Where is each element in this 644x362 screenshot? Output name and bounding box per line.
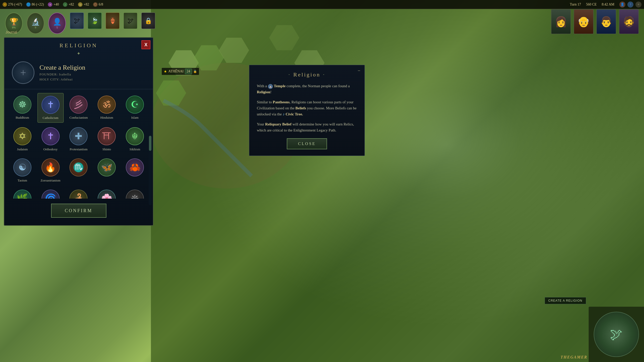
religion-item-custom6[interactable]: 🦂 xyxy=(66,187,92,199)
religion-item-custom3[interactable]: 🦀 xyxy=(122,156,148,185)
gold-stat: ⚔ 276 (+67) xyxy=(3,2,22,7)
info-para3: Your Reliquary Belief will determine how… xyxy=(257,121,357,133)
religion-item-custom2[interactable]: 🦋 xyxy=(94,156,120,185)
turn-label: Turn 17 xyxy=(570,3,581,7)
music-note-icon: ♪ xyxy=(283,112,286,116)
journal-button[interactable]: Journal xyxy=(6,30,17,34)
religion-item-sikhism[interactable]: ☬Sikhism xyxy=(122,125,148,154)
custom2-icon: 🦋 xyxy=(98,158,116,176)
religion-item-custom5[interactable]: 🌀 xyxy=(37,187,64,199)
info-panel-title: Religion xyxy=(257,71,357,78)
buddhism-icon: ☸ xyxy=(13,96,31,114)
zoroastrianism-label: Zoroastrianism xyxy=(41,178,60,183)
lock-icon[interactable]: 🔒 xyxy=(141,13,155,29)
religion-item-hinduism[interactable]: ॐHinduism xyxy=(94,93,120,123)
portrait-4[interactable]: 🧔 xyxy=(619,9,639,34)
custom5-icon: 🌀 xyxy=(42,190,60,199)
gold-value: 276 (+67) xyxy=(8,3,22,7)
dove-icon[interactable]: 🕊 xyxy=(124,13,137,29)
sikhism-icon: ☬ xyxy=(126,127,144,145)
religion-item-catholicism[interactable]: ✝Catholicism xyxy=(37,93,64,123)
religion-item-taoism[interactable]: ☯Taoism xyxy=(9,156,35,185)
holy-city-label: HOLY CITY: Athênai xyxy=(39,77,85,81)
create-religion-header: + Create a Religion FOUNDER: Isabella HO… xyxy=(4,59,153,89)
judaism-icon: ✡ xyxy=(13,127,31,145)
leader-icon[interactable]: 👤 xyxy=(619,2,625,8)
minimap-inner: 🕊 xyxy=(594,312,639,357)
panel-divider: ✦ xyxy=(4,51,153,56)
happiness-icon: ☺ xyxy=(78,2,83,7)
orthodoxy-icon: ✝ xyxy=(42,127,60,145)
shinto-label: Shinto xyxy=(102,147,111,151)
info-para2: Similar to Pantheons, Religions can boos… xyxy=(257,99,357,117)
date-label: 560 CE xyxy=(586,3,596,7)
islam-label: Islam xyxy=(131,116,139,120)
info-panel: − Religion With a ⛪ Temple complete, the… xyxy=(249,65,365,156)
religion-grid: ☸Buddhism✝Catholicism彡ConfucianismॐHindu… xyxy=(4,93,153,199)
hinduism-label: Hinduism xyxy=(100,116,113,120)
buddhism-label: Buddhism xyxy=(16,116,29,120)
portrait-3[interactable]: 👨 xyxy=(596,9,616,34)
leaf-icon[interactable]: 🍃 xyxy=(88,13,102,29)
culture-stat: ♦ +40 xyxy=(48,2,59,7)
panel-scrollbar[interactable] xyxy=(149,126,152,205)
menu-icon[interactable]: ≡ xyxy=(635,2,641,8)
custom4-icon: 🌿 xyxy=(13,190,31,199)
religion-item-protestantism[interactable]: ✚Protestantism xyxy=(66,125,92,154)
religion-item-judaism[interactable]: ✡Judaism xyxy=(9,125,35,154)
minimap[interactable]: 🕊 xyxy=(589,307,644,362)
production-value: 6/8 xyxy=(99,3,103,7)
protestantism-icon: ✚ xyxy=(69,127,88,145)
religion-item-custom1[interactable]: ♏ xyxy=(66,156,92,185)
religion-item-islam[interactable]: ☪Islam xyxy=(122,93,148,123)
city-star-icon: ★ xyxy=(164,69,167,74)
create-religion-title: Create a Religion xyxy=(39,64,85,71)
portrait-1[interactable]: 👩 xyxy=(551,9,571,34)
confucianism-label: Confucianism xyxy=(69,116,88,120)
create-religion-map-button[interactable]: CREATE A RELIGION xyxy=(545,297,586,304)
religion-item-orthodoxy[interactable]: ✝Orthodoxy xyxy=(37,125,64,154)
judaism-label: Judaism xyxy=(17,147,28,151)
research-icon[interactable]: 🔬 9 xyxy=(27,13,44,34)
religion-item-custom4[interactable]: 🌿 xyxy=(9,187,35,199)
orthodoxy-label: Orthodoxy xyxy=(44,147,58,151)
gold-icon: ⚔ xyxy=(3,2,7,7)
science-value: 86 (+22) xyxy=(32,3,44,7)
thegamer-watermark: THEGAMER xyxy=(560,355,587,359)
religion-emblem: + xyxy=(12,61,34,84)
confirm-button[interactable]: CONFIRM xyxy=(51,204,106,218)
religion-panel-close-button[interactable]: X xyxy=(141,40,150,49)
custom6-icon: 🦂 xyxy=(69,190,88,199)
topbar: ⚔ 276 (+67) 🌐 86 (+22) ♦ +40 ♪ +82 ☺ +82… xyxy=(0,0,644,9)
science-icon: 🌐 xyxy=(26,2,31,7)
religion-item-zoroastrianism[interactable]: 🔥Zoroastrianism xyxy=(37,156,64,185)
protestantism-label: Protestantism xyxy=(70,147,88,151)
religion-item-buddhism[interactable]: ☸Buddhism xyxy=(9,93,35,123)
close-info-button[interactable]: CLOSE xyxy=(287,138,327,149)
catholicism-icon: ✝ xyxy=(42,96,60,114)
civic-icon[interactable]: 👤 5 xyxy=(48,13,66,34)
religion-item-confucianism[interactable]: 彡Confucianism xyxy=(66,93,92,123)
panel-scrollbar-thumb xyxy=(149,136,151,151)
portrait-2[interactable]: 👴 xyxy=(574,9,594,34)
religion-item-shinto[interactable]: ⛩Shinto xyxy=(94,125,120,154)
city-name: ATHÊNAI xyxy=(168,69,184,73)
production-stat: ⬡ 6/8 xyxy=(93,2,103,7)
religion-item-custom7[interactable]: 🌸 xyxy=(94,187,120,199)
founder-label: FOUNDER: Isabella xyxy=(39,72,85,76)
city-population: 24 xyxy=(185,69,192,74)
happiness-stat: ☺ +82 xyxy=(78,2,89,7)
info-icon[interactable]: ? xyxy=(627,2,633,8)
city-lock-icon: 🔒 xyxy=(193,70,197,73)
vase-icon[interactable]: 🏺 xyxy=(106,13,119,29)
culture-value: +40 xyxy=(53,3,59,7)
taoism-icon: ☯ xyxy=(13,158,31,176)
science-stat: 🌐 86 (+22) xyxy=(26,2,44,7)
bird-icon[interactable]: 🕊 xyxy=(70,13,84,29)
custom7-icon: 🌸 xyxy=(98,190,116,199)
zoroastrianism-icon: 🔥 xyxy=(42,158,60,176)
religion-item-custom8[interactable]: ❊ xyxy=(122,187,148,199)
shinto-icon: ⛩ xyxy=(98,127,116,145)
confucianism-icon: 彡 xyxy=(69,96,88,114)
custom1-icon: ♏ xyxy=(69,158,88,176)
